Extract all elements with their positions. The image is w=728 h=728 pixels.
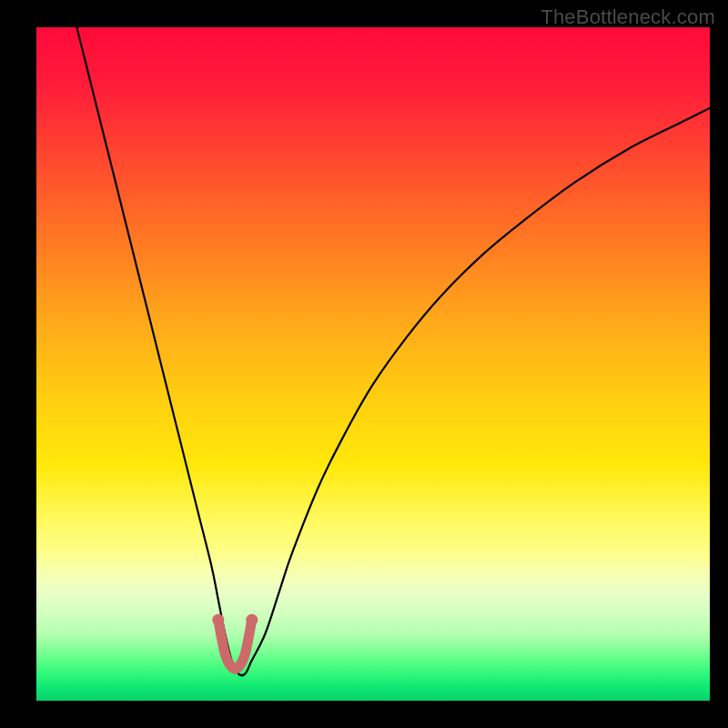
bottleneck-curve [76,27,710,675]
minimum-u-endpoint [212,614,224,626]
minimum-u-dots [212,614,258,626]
chart-frame: TheBottleneck.com [0,0,728,728]
minimum-u-accent [218,620,252,669]
watermark-text: TheBottleneck.com [541,5,715,29]
bottleneck-curve-svg [36,27,710,701]
plot-area [36,27,710,701]
minimum-u-endpoint [246,614,258,626]
